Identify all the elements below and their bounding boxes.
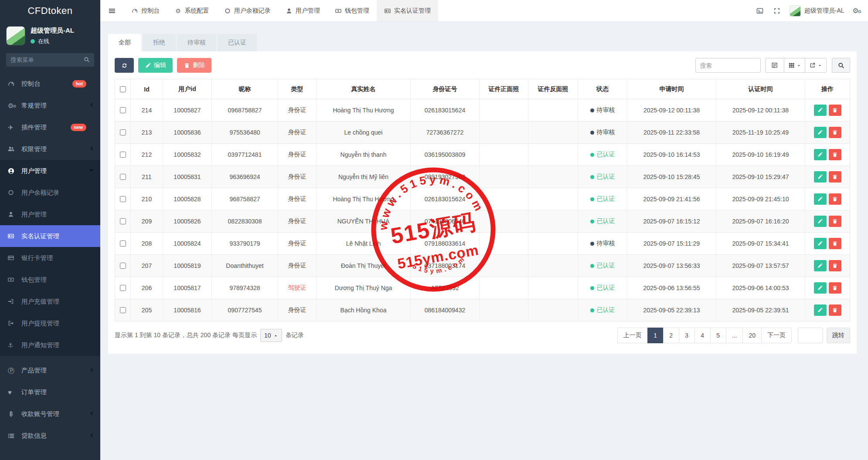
filter-tab[interactable]: 拒绝 xyxy=(143,34,176,51)
row-checkbox[interactable] xyxy=(120,174,126,180)
row-checkbox[interactable] xyxy=(120,218,126,224)
row-edit-button[interactable] xyxy=(814,171,827,183)
cell-back-photo xyxy=(528,122,578,144)
status-dot-icon xyxy=(590,264,594,268)
topnav-tab[interactable]: 控制台 xyxy=(124,0,167,21)
refresh-button[interactable] xyxy=(115,58,134,73)
search-button[interactable] xyxy=(832,58,850,73)
export-button[interactable] xyxy=(805,58,827,73)
row-select-cell xyxy=(115,299,131,321)
cell-status: 已认证 xyxy=(578,255,627,277)
page-button[interactable]: 2 xyxy=(663,328,679,343)
row-delete-button[interactable] xyxy=(829,149,841,160)
page-button[interactable]: ... xyxy=(726,328,743,343)
topnav-tab[interactable]: 实名认证管理 xyxy=(377,0,438,21)
cell-id-number: 037188003174 xyxy=(411,255,480,277)
sidebar-search-input[interactable] xyxy=(6,53,94,67)
filter-tab[interactable]: 全部 xyxy=(108,34,141,51)
row-edit-button[interactable] xyxy=(814,282,827,294)
status-label: 待审核 xyxy=(597,106,615,114)
jump-page-input[interactable] xyxy=(798,328,823,343)
page-button[interactable]: 5 xyxy=(710,328,726,343)
filter-tab[interactable]: 待审核 xyxy=(177,34,216,51)
row-delete-button[interactable] xyxy=(829,171,841,183)
row-checkbox[interactable] xyxy=(120,263,126,269)
jump-button[interactable]: 跳转 xyxy=(827,328,850,343)
columns-button[interactable] xyxy=(784,58,806,73)
sidebar-menu-item[interactable]: ⚓ 用户通知管理 xyxy=(0,334,100,356)
sidebar-menu-item[interactable]: 实名认证管理 xyxy=(0,225,100,247)
row-edit-button[interactable] xyxy=(814,193,827,205)
sidebar-menu-item[interactable]: 贷款信息 xyxy=(0,425,100,446)
row-delete-button[interactable] xyxy=(829,105,841,116)
sidebar-menu-item[interactable]: 用户管理 xyxy=(0,160,100,182)
page-button[interactable]: 1 xyxy=(647,328,664,343)
sidebar-menu-item[interactable]: ♥ 订单管理 xyxy=(0,381,100,403)
row-delete-button[interactable] xyxy=(829,127,841,138)
row-delete-button[interactable] xyxy=(829,238,841,249)
row-edit-button[interactable] xyxy=(814,260,827,271)
delete-button[interactable]: 删除 xyxy=(177,58,211,73)
cell-nickname: 963696924 xyxy=(212,166,278,188)
row-delete-button[interactable] xyxy=(829,304,841,316)
page-button[interactable]: 上一页 xyxy=(617,328,648,343)
row-edit-button[interactable] xyxy=(814,149,827,160)
detail-view-button[interactable] xyxy=(765,58,784,73)
user-menu[interactable]: 超级管理员-AL xyxy=(790,5,844,17)
cell-user-id: 10005826 xyxy=(163,210,212,233)
row-edit-button[interactable] xyxy=(814,216,827,227)
row-delete-button[interactable] xyxy=(829,260,841,271)
sidebar-menu-item[interactable]: 权限管理 xyxy=(0,138,100,160)
sidebar-menu-item[interactable]: 用户充值管理 xyxy=(0,291,100,312)
column-header: 真实姓名 xyxy=(317,79,411,99)
row-edit-button[interactable] xyxy=(814,105,827,116)
select-all-cell xyxy=(115,79,131,99)
sidebar-menu-item[interactable]: 控制台 hot xyxy=(0,73,100,95)
row-checkbox[interactable] xyxy=(120,285,126,291)
page-button[interactable]: 下一页 xyxy=(761,328,792,343)
row-checkbox[interactable] xyxy=(120,152,126,158)
cell-status: 待审核 xyxy=(578,233,627,255)
row-checkbox[interactable] xyxy=(120,196,126,202)
page-size-select[interactable]: 10 xyxy=(260,329,282,342)
sidebar-menu-item[interactable]: ✈ 插件管理 new xyxy=(0,116,100,138)
row-delete-button[interactable] xyxy=(829,193,841,205)
table-search-input[interactable] xyxy=(695,58,761,73)
sidebar-menu-item[interactable]: 钱包管理 xyxy=(0,269,100,291)
sign-in-icon xyxy=(8,298,17,304)
page-button[interactable]: 4 xyxy=(694,328,711,343)
sidebar-menu-item[interactable]: Ⓟ 产品管理 xyxy=(0,359,100,381)
row-edit-button[interactable] xyxy=(814,127,827,138)
row-delete-button[interactable] xyxy=(829,282,841,294)
sidebar-toggle-button[interactable] xyxy=(100,0,124,21)
topnav-tab[interactable]: 用户余额记录 xyxy=(217,0,278,21)
row-checkbox[interactable] xyxy=(120,240,126,247)
sidebar-menu-item[interactable]: ⚙⚙ 常规管理 xyxy=(0,95,100,116)
page-size-value: 10 xyxy=(264,332,271,339)
sidebar-menu-item[interactable]: 用户管理 xyxy=(0,203,100,225)
edit-button[interactable]: 编辑 xyxy=(138,58,173,73)
sidebar-menu-item[interactable]: 收款账号管理 xyxy=(0,403,100,425)
sidebar-menu-item[interactable]: 银行卡管理 xyxy=(0,247,100,269)
fullscreen-icon[interactable] xyxy=(773,7,780,14)
row-checkbox[interactable] xyxy=(120,307,126,313)
row-delete-button[interactable] xyxy=(829,216,841,227)
page-button[interactable]: 20 xyxy=(742,328,762,343)
topnav-tab[interactable]: 钱包管理 xyxy=(327,0,377,21)
sidebar-menu-item[interactable]: 用户提现管理 xyxy=(0,312,100,334)
row-edit-button[interactable] xyxy=(814,304,827,316)
topnav-tab[interactable]: 用户管理 xyxy=(278,0,327,21)
cell-verify-time: 2025-09-06 14:00:53 xyxy=(716,277,805,299)
topnav-tab[interactable]: ⚙ 系统配置 xyxy=(167,0,216,21)
row-edit-button[interactable] xyxy=(814,238,827,249)
trash-icon xyxy=(832,263,838,268)
row-checkbox[interactable] xyxy=(120,107,126,113)
page-button[interactable]: 3 xyxy=(679,328,695,343)
filter-tab-label: 已认证 xyxy=(228,39,246,47)
filter-tab[interactable]: 已认证 xyxy=(218,34,257,51)
cogs-icon[interactable]: ⚙⚙ xyxy=(853,7,861,14)
row-checkbox[interactable] xyxy=(120,129,126,135)
sidebar-menu-item[interactable]: 用户余额记录 xyxy=(0,182,100,203)
file-image-icon[interactable] xyxy=(756,7,764,14)
select-all-checkbox[interactable] xyxy=(120,86,126,92)
